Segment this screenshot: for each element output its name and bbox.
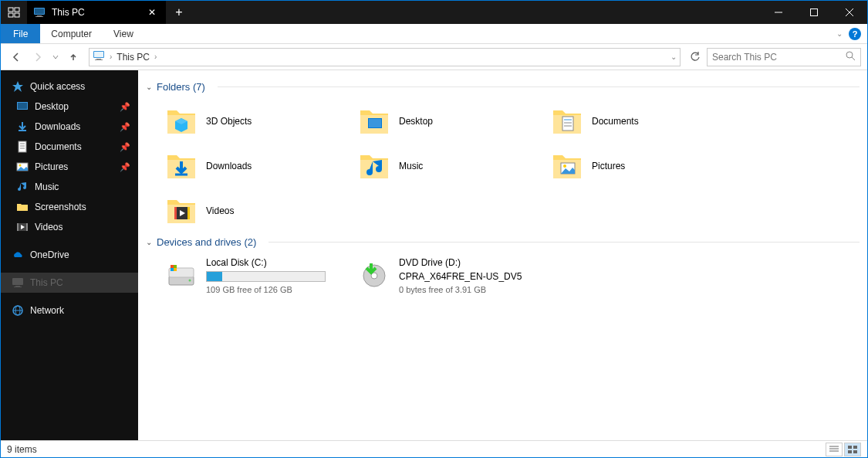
svg-line-17 <box>852 57 855 60</box>
svg-rect-19 <box>18 103 27 109</box>
svg-rect-31 <box>15 286 20 287</box>
view-large-icons-button[interactable] <box>844 443 861 456</box>
view-details-button[interactable] <box>826 443 843 456</box>
minimize-button[interactable] <box>761 1 796 24</box>
maximize-button[interactable] <box>796 1 832 24</box>
folder-icon <box>550 104 584 138</box>
drive-icon <box>164 257 198 291</box>
help-icon[interactable]: ? <box>849 28 861 40</box>
status-bar: 9 items <box>1 440 867 457</box>
desktop-icon <box>16 100 29 113</box>
folder-icon <box>550 149 584 183</box>
folder-icon <box>16 201 29 213</box>
folder-item[interactable]: 3D Objects <box>164 99 357 144</box>
svg-rect-63 <box>848 450 852 453</box>
this-pc-icon <box>12 276 24 289</box>
navigation-pane: Quick access Desktop 📌 Downloads 📌 Docum… <box>1 70 138 440</box>
chevron-right-icon[interactable]: › <box>110 53 112 61</box>
sidebar-label: Screenshots <box>35 202 86 212</box>
sidebar-label: This PC <box>30 277 63 288</box>
search-input[interactable] <box>712 52 846 63</box>
svg-rect-1 <box>15 8 19 12</box>
sidebar-network[interactable]: Network <box>1 300 138 321</box>
svg-rect-2 <box>8 13 13 17</box>
sidebar-item-documents[interactable]: Documents 📌 <box>1 137 138 157</box>
drive-icon <box>357 257 391 291</box>
recent-dropdown[interactable] <box>50 48 61 66</box>
folder-label: 3D Objects <box>206 116 252 127</box>
folder-item[interactable]: Pictures <box>550 144 743 188</box>
svg-point-55 <box>189 280 191 282</box>
svg-rect-13 <box>94 52 103 57</box>
chevron-down-icon: ⌄ <box>146 83 152 91</box>
drive-free-text: 109 GB free of 126 GB <box>206 285 357 294</box>
tab-close-button[interactable]: ✕ <box>146 7 158 18</box>
drive-item[interactable]: DVD Drive (D:)CPRA_X64FRE_EN-US_DV50 byt… <box>357 254 550 297</box>
task-view-button[interactable] <box>1 1 27 24</box>
ribbon-file-tab[interactable]: File <box>1 24 40 43</box>
content-pane: ⌄ Folders (7) 3D ObjectsDesktopDocuments… <box>138 70 867 440</box>
sidebar-item-downloads[interactable]: Downloads 📌 <box>1 117 138 137</box>
sidebar-item-screenshots[interactable]: Screenshots <box>1 197 138 217</box>
drive-item[interactable]: Local Disk (C:)109 GB free of 126 GB <box>164 254 357 297</box>
svg-rect-62 <box>853 446 857 449</box>
chevron-right-icon[interactable]: › <box>154 53 157 61</box>
address-bar[interactable]: › This PC › ⌄ <box>89 48 681 66</box>
sidebar-item-music[interactable]: Music <box>1 177 138 197</box>
svg-rect-28 <box>17 223 19 231</box>
svg-rect-64 <box>853 450 857 453</box>
up-button[interactable] <box>64 48 83 66</box>
folder-item[interactable]: Documents <box>550 99 743 144</box>
sidebar-onedrive[interactable]: OneDrive <box>1 245 138 265</box>
ribbon-view-tab[interactable]: View <box>103 24 144 43</box>
pin-icon: 📌 <box>120 122 130 132</box>
sidebar-label: Downloads <box>35 121 80 132</box>
search-box[interactable] <box>707 48 861 66</box>
folder-item[interactable]: Videos <box>164 188 357 233</box>
svg-rect-52 <box>174 265 177 268</box>
ribbon: File Computer View ⌄ ? <box>1 24 867 44</box>
svg-rect-46 <box>174 207 177 219</box>
folder-icon <box>357 104 391 138</box>
folder-icon <box>164 149 198 183</box>
tab-this-pc[interactable]: This PC ✕ <box>27 1 166 24</box>
sidebar-item-videos[interactable]: Videos <box>1 217 138 237</box>
svg-rect-21 <box>19 141 26 152</box>
svg-point-44 <box>563 165 566 168</box>
sidebar-quick-access[interactable]: Quick access <box>1 76 138 97</box>
sidebar-item-desktop[interactable]: Desktop 📌 <box>1 97 138 117</box>
group-header-drives[interactable]: ⌄ Devices and drives (2) <box>141 233 860 254</box>
folder-label: Pictures <box>592 161 625 171</box>
ribbon-computer-tab[interactable]: Computer <box>40 24 103 43</box>
breadcrumb-this-pc[interactable]: This PC <box>117 52 150 63</box>
sidebar-this-pc[interactable]: This PC <box>1 273 138 293</box>
svg-rect-15 <box>95 59 103 60</box>
folder-item[interactable]: Music <box>357 144 550 188</box>
sidebar-label: OneDrive <box>30 249 69 260</box>
svg-rect-54 <box>174 268 177 271</box>
close-window-button[interactable] <box>832 1 867 24</box>
folder-item[interactable]: Downloads <box>164 144 357 188</box>
documents-icon <box>16 141 29 153</box>
forward-button[interactable] <box>29 48 47 66</box>
folder-item[interactable]: Desktop <box>357 99 550 144</box>
refresh-button[interactable] <box>687 49 704 66</box>
folder-label: Downloads <box>206 161 252 171</box>
sidebar-label: Documents <box>35 141 82 152</box>
drive-free-text: 0 bytes free of 3.91 GB <box>399 285 550 294</box>
search-icon[interactable] <box>846 51 856 63</box>
pin-icon: 📌 <box>120 102 130 112</box>
svg-rect-5 <box>35 8 44 14</box>
ribbon-expand-icon[interactable]: ⌄ <box>836 29 843 38</box>
pin-icon: 📌 <box>120 142 130 152</box>
back-button[interactable] <box>7 48 25 66</box>
downloads-icon <box>16 120 29 133</box>
pictures-icon <box>16 161 29 173</box>
address-dropdown-icon[interactable]: ⌄ <box>670 53 677 61</box>
new-tab-button[interactable]: + <box>166 1 192 24</box>
sidebar-item-pictures[interactable]: Pictures 📌 <box>1 157 138 177</box>
folder-label: Desktop <box>399 116 433 127</box>
svg-point-26 <box>19 165 22 167</box>
this-pc-icon <box>33 6 46 19</box>
group-header-folders[interactable]: ⌄ Folders (7) <box>141 78 860 99</box>
